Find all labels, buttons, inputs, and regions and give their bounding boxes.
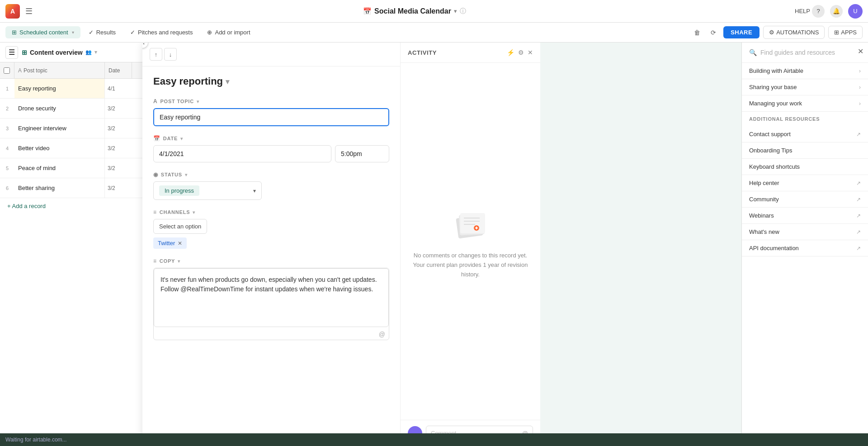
help-item-building[interactable]: Building with Airtable › (742, 63, 868, 79)
pitches-icon: ✓ (130, 29, 135, 36)
tab-pitches[interactable]: ✓ Pitches and requests (124, 26, 199, 38)
history-button[interactable]: ⟳ (707, 26, 720, 39)
date-row: 4/1/2021 5:00pm (153, 145, 389, 162)
add-record-button[interactable]: + Add a record (0, 198, 144, 214)
date-col-header[interactable]: Date (105, 62, 132, 78)
app-title-area: 📅 Social Media Calendar ▾ ⓘ (38, 7, 791, 15)
search-icon: 🔍 (749, 49, 757, 56)
help-search[interactable]: 🔍 Find guides and resources (742, 43, 868, 63)
row-2-date: 3/2 (105, 105, 132, 112)
select-all-checkbox[interactable] (4, 67, 10, 74)
status-select[interactable]: In progress ▾ (153, 181, 262, 200)
help-item-community[interactable]: Community ↗ (742, 191, 868, 208)
app-logo: A (5, 4, 20, 19)
tab-add-label: Add or import (215, 29, 250, 36)
help-item-webinars[interactable]: Webinars ↗ (742, 208, 868, 224)
table-grid: A Post topic Date 1 Easy reporting 4/1 2… (0, 62, 144, 434)
empty-state-illustration (450, 203, 491, 244)
row-2-topic[interactable]: Drone security (14, 99, 105, 118)
activity-header: ACTIVITY ⚡ ⚙ ✕ (401, 43, 540, 63)
modal-body: Easy reporting ▾ A POST TOPIC ▾ 📅 DATE ▾ (142, 66, 400, 446)
post-topic-dropdown[interactable]: ▾ (197, 99, 199, 104)
menu-icon[interactable]: ☰ (24, 5, 34, 18)
time-input[interactable]: 5:00pm (335, 145, 389, 162)
row-6-date: 3/2 (105, 185, 132, 191)
activity-settings-icon[interactable]: ⚙ (518, 49, 524, 56)
help-button[interactable]: HELP ? (795, 5, 825, 18)
date-dropdown[interactable]: ▾ (180, 136, 183, 141)
nav-prev-button[interactable]: ↑ (150, 48, 162, 61)
post-topic-col-header[interactable]: A Post topic (14, 62, 105, 78)
tab-scheduled-content[interactable]: ⊞ Scheduled content ▾ (5, 26, 80, 38)
channels-label: ≡ CHANNELS ▾ (153, 209, 389, 215)
date-label: 📅 DATE ▾ (153, 135, 389, 142)
row-1-topic[interactable]: Easy reporting (14, 79, 105, 98)
modal-title-dropdown[interactable]: ▾ (226, 77, 229, 86)
results-icon: ✓ (89, 29, 94, 36)
help-item-keyboard[interactable]: Keyboard shortcuts (742, 159, 868, 175)
status-dropdown[interactable]: ▾ (185, 172, 188, 177)
help-item-onboarding[interactable]: Onboarding Tips (742, 142, 868, 159)
tab-add[interactable]: ⊕ Add or import (201, 26, 256, 38)
row-4-topic[interactable]: Better video (14, 138, 105, 158)
view-toggle[interactable]: ☰ (5, 46, 18, 59)
help-search-placeholder: Find guides and resources (760, 49, 835, 56)
help-item-contact-support[interactable]: Contact support ↗ (742, 126, 868, 142)
help-panel-close-button[interactable]: ✕ (858, 47, 863, 56)
help-item-help-center[interactable]: Help center ↗ (742, 175, 868, 191)
status-label: ◉ STATUS ▾ (153, 171, 389, 178)
copy-dropdown[interactable]: ▾ (178, 259, 180, 264)
row-3-topic[interactable]: Engineer interview (14, 119, 105, 138)
row-6-topic[interactable]: Better sharing (14, 178, 105, 198)
status-badge: In progress (159, 185, 199, 196)
main-content: ☰ ⊞ Content overview 👥 ▾ A Post topic Da… (0, 43, 868, 446)
nav-next-button[interactable]: ↓ (164, 48, 177, 61)
external-link-icon: ↗ (856, 245, 861, 251)
apps-button[interactable]: ⊞ APPS (828, 26, 863, 39)
help-circle-icon[interactable]: ? (812, 5, 825, 18)
channels-container: Select an option Twitter ✕ (153, 219, 389, 249)
post-topic-input[interactable] (153, 108, 389, 126)
help-item-managing[interactable]: Managing your work › (742, 95, 868, 112)
external-link-icon: ↗ (856, 180, 861, 186)
help-item-api-docs[interactable]: API documentation ↗ (742, 240, 868, 256)
status-bar: Waiting for airtable.com... (0, 433, 868, 446)
table-row[interactable]: 6 Better sharing 3/2 (0, 178, 144, 198)
table-header-bar: ☰ ⊞ Content overview 👥 ▾ (0, 43, 144, 62)
table-row[interactable]: 2 Drone security 3/2 (0, 99, 144, 119)
notification-icon[interactable]: 🔔 (830, 5, 843, 18)
share-button[interactable]: SHARE (723, 26, 760, 38)
svg-rect-2 (460, 213, 485, 233)
activity-close-icon[interactable]: ✕ (528, 49, 533, 56)
date-input[interactable]: 4/1/2021 (153, 145, 331, 162)
tab-results[interactable]: ✓ Results (82, 26, 122, 38)
activity-feed-icon[interactable]: ⚡ (507, 49, 514, 56)
status-select-arrow: ▾ (253, 188, 256, 194)
channels-tags: Twitter ✕ (153, 237, 389, 249)
chevron-right-icon: › (859, 68, 861, 74)
table-row[interactable]: 1 Easy reporting 4/1 (0, 79, 144, 99)
twitter-tag-remove[interactable]: ✕ (178, 240, 182, 247)
table-row[interactable]: 4 Better video 3/2 (0, 138, 144, 158)
status-icon: ◉ (153, 171, 158, 178)
app-title-dropdown[interactable]: ▾ (454, 8, 457, 14)
help-item-sharing[interactable]: Sharing your base › (742, 79, 868, 95)
select-option-button[interactable]: Select an option (153, 219, 207, 234)
table-row[interactable]: 3 Engineer interview 3/2 (0, 119, 144, 138)
modal-nav: ↑ ↓ (142, 43, 400, 66)
copy-textarea[interactable]: It's never fun when products go down, es… (154, 268, 389, 327)
help-item-whats-new[interactable]: What's new ↗ (742, 224, 868, 240)
table-title[interactable]: ⊞ Content overview 👥 ▾ (22, 49, 97, 56)
channels-dropdown[interactable]: ▾ (193, 210, 195, 215)
app-info-icon[interactable]: ⓘ (460, 7, 466, 15)
tab-scheduled-dropdown[interactable]: ▾ (72, 30, 74, 35)
activity-title: ACTIVITY (408, 49, 437, 56)
help-panel: ✕ 🔍 Find guides and resources Building w… (741, 43, 868, 446)
tab-results-label: Results (96, 29, 116, 36)
row-5-topic[interactable]: Peace of mind (14, 158, 105, 178)
avatar[interactable]: U (848, 4, 863, 19)
delete-button[interactable]: 🗑 (691, 26, 703, 39)
table-row[interactable]: 5 Peace of mind 3/2 (0, 158, 144, 178)
row-5-date: 3/2 (105, 165, 132, 171)
automations-button[interactable]: ⚙ AUTOMATIONS (763, 26, 825, 39)
